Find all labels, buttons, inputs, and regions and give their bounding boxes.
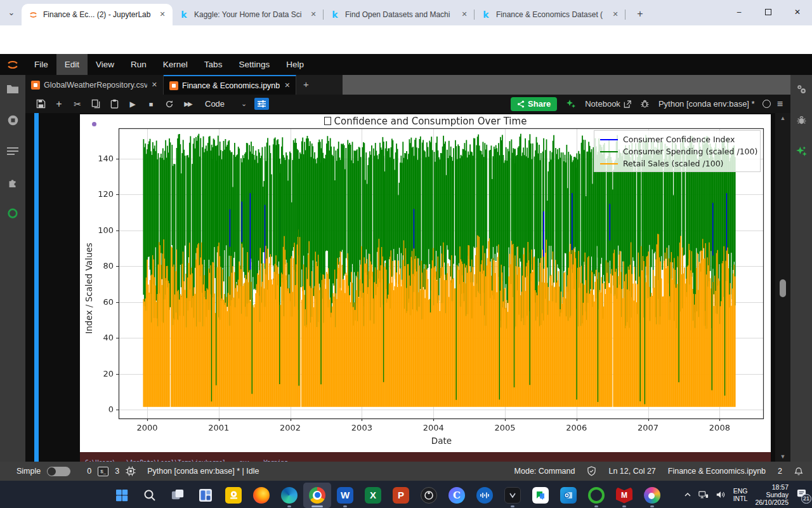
cell-type-dropdown[interactable]: Code xyxy=(205,99,225,109)
kernels-count: 3 xyxy=(115,467,119,476)
kernel-chip-icon[interactable] xyxy=(126,466,136,476)
search-taskbar-icon[interactable] xyxy=(136,483,164,508)
new-tab-button[interactable]: + xyxy=(633,8,647,22)
restart-button[interactable] xyxy=(161,97,178,111)
simple-mode-toggle[interactable] xyxy=(47,467,70,476)
add-button[interactable]: + xyxy=(51,97,67,111)
x-tick-label: 2007 xyxy=(629,423,667,432)
notification-center[interactable]: 21 xyxy=(796,488,807,501)
mcafee-taskbar-icon[interactable]: M xyxy=(610,483,638,508)
tab-close-icon[interactable]: ✕ xyxy=(308,10,318,20)
jupyterlab-dock-tabbar: GlobalWeatherRepository.csv✕Finance & Ec… xyxy=(25,75,790,95)
close-button[interactable]: ✕ xyxy=(783,0,812,24)
tab-close-icon[interactable]: ✕ xyxy=(459,10,469,20)
bell-icon[interactable] xyxy=(794,467,803,476)
notebook-link[interactable]: Notebook xyxy=(585,99,631,109)
doc-tab-close-icon[interactable]: ✕ xyxy=(284,81,290,90)
menu-view[interactable]: View xyxy=(88,54,122,75)
palette-app-taskbar-icon[interactable] xyxy=(638,483,666,508)
left-sidebar xyxy=(0,75,25,462)
sidebar-debugger-icon[interactable] xyxy=(794,113,808,127)
fast-forward-button[interactable]: ▶▶ xyxy=(180,97,196,111)
share-button[interactable]: Share xyxy=(511,97,557,111)
new-launcher-button[interactable]: + xyxy=(296,75,315,95)
paste-button[interactable] xyxy=(106,97,122,111)
command-mode-text[interactable]: Mode: Command xyxy=(514,467,575,476)
capcut-taskbar-icon[interactable]: C xyxy=(443,483,471,508)
save-button[interactable] xyxy=(32,97,49,111)
powerpoint-taskbar-icon[interactable]: P xyxy=(387,483,415,508)
maximize-button[interactable] xyxy=(754,0,783,24)
notebook-scrollbar[interactable]: ▲ ▼ xyxy=(775,113,790,462)
menu-run[interactable]: Run xyxy=(122,54,155,75)
menu-settings[interactable]: Settings xyxy=(230,54,278,75)
chrome-taskbar-icon[interactable] xyxy=(303,483,331,508)
excel-taskbar-icon[interactable]: X xyxy=(359,483,387,508)
sliders-icon xyxy=(257,100,266,108)
toolbar-hamburger-icon[interactable]: ≡ xyxy=(777,98,783,110)
audio-app-taskbar-icon[interactable] xyxy=(471,483,499,508)
tab-close-icon[interactable]: ✕ xyxy=(610,10,620,20)
sidebar-extensions-icon[interactable] xyxy=(6,175,20,189)
browser-tab[interactable]: kKaggle: Your Home for Data Sci✕ xyxy=(173,4,324,25)
browser-tab[interactable]: kFind Open Datasets and Machi✕ xyxy=(324,4,475,25)
scroll-down-icon[interactable]: ▼ xyxy=(775,451,790,462)
jupyterlab-menubar: FileEditViewRunKernelTabsSettingsHelp xyxy=(0,54,812,75)
statusbar-filename: Finance & Economics.ipynb xyxy=(668,467,766,476)
clock[interactable]: 18:57 Sunday 26/10/2025 xyxy=(755,483,789,506)
doc-tab-close-icon[interactable]: ✕ xyxy=(152,81,157,89)
notebook-tools-button[interactable] xyxy=(254,98,269,110)
widgets-taskbar-icon[interactable] xyxy=(192,483,219,508)
media-player-taskbar-icon[interactable] xyxy=(219,483,247,508)
edge-taskbar-icon[interactable] xyxy=(275,483,303,508)
terminal-icon[interactable]: $_ xyxy=(98,467,108,476)
outlook-taskbar-icon[interactable] xyxy=(554,483,582,508)
language-indicator[interactable]: ENG INTL xyxy=(733,487,748,502)
trust-shield-icon[interactable] xyxy=(587,466,596,476)
tray-chevron-up-icon[interactable] xyxy=(684,491,691,498)
sidebar-status-ring-icon[interactable] xyxy=(6,206,20,220)
obs-taskbar-icon[interactable] xyxy=(415,483,443,508)
network-icon[interactable] xyxy=(698,490,709,499)
collaborator-cursor-dot xyxy=(92,122,96,126)
browser-tab[interactable]: kFinance & Economics Dataset (✕ xyxy=(475,4,625,25)
menu-kernel[interactable]: Kernel xyxy=(155,54,196,75)
doc-tab[interactable]: GlobalWeatherRepository.csv✕ xyxy=(25,75,164,95)
cut-button[interactable]: ✂ xyxy=(69,97,86,111)
chevron-down-icon[interactable]: ⌄ xyxy=(241,100,247,108)
dark-app-taskbar-icon[interactable] xyxy=(499,483,527,508)
kernel-name[interactable]: Python [conda env:base] * xyxy=(658,99,755,109)
sidebar-running-icon[interactable] xyxy=(6,113,20,127)
copy-button[interactable] xyxy=(88,97,104,111)
word-taskbar-icon[interactable]: W xyxy=(331,483,359,508)
browser-tab[interactable]: Finance & Ec... (2) - JupyterLab✕ xyxy=(22,4,173,25)
ai-sparkles-icon[interactable] xyxy=(566,99,576,109)
doc-tab[interactable]: Finance & Economics.ipynb✕ xyxy=(164,75,296,95)
task-view-taskbar-icon[interactable] xyxy=(164,483,192,508)
kernel-status-text[interactable]: Python [conda env:base] * | Idle xyxy=(147,467,259,476)
volume-icon[interactable] xyxy=(716,490,726,499)
sidebar-ai-sparkles-icon[interactable] xyxy=(794,144,808,158)
kernel-status-icon[interactable] xyxy=(763,100,771,108)
cursor-position[interactable]: Ln 12, Col 27 xyxy=(608,467,655,476)
google-chat-taskbar-icon[interactable] xyxy=(527,483,554,508)
menu-help[interactable]: Help xyxy=(278,54,312,75)
menu-tabs[interactable]: Tabs xyxy=(196,54,231,75)
stop-button[interactable]: ■ xyxy=(143,97,159,111)
firefox-taskbar-icon[interactable] xyxy=(247,483,275,508)
debugger-bug-icon[interactable] xyxy=(640,99,650,109)
sidebar-property-inspector-icon[interactable] xyxy=(794,82,808,96)
menu-edit[interactable]: Edit xyxy=(56,54,88,75)
start-taskbar-icon[interactable] xyxy=(108,483,136,508)
scroll-up-icon[interactable]: ▲ xyxy=(775,113,790,123)
notifications-count[interactable]: 2 xyxy=(778,467,782,476)
norton-taskbar-icon[interactable] xyxy=(582,483,610,508)
menu-file[interactable]: File xyxy=(26,54,56,75)
sidebar-toc-icon[interactable] xyxy=(6,144,20,158)
tab-close-icon[interactable]: ✕ xyxy=(157,10,167,20)
sidebar-folder-icon[interactable] xyxy=(6,82,20,96)
minimize-button[interactable]: – xyxy=(724,0,754,24)
scrollbar-thumb[interactable] xyxy=(780,279,786,297)
tab-search-chevron-icon[interactable]: ⌄ xyxy=(4,6,19,20)
run-button[interactable]: ▶ xyxy=(124,97,141,111)
